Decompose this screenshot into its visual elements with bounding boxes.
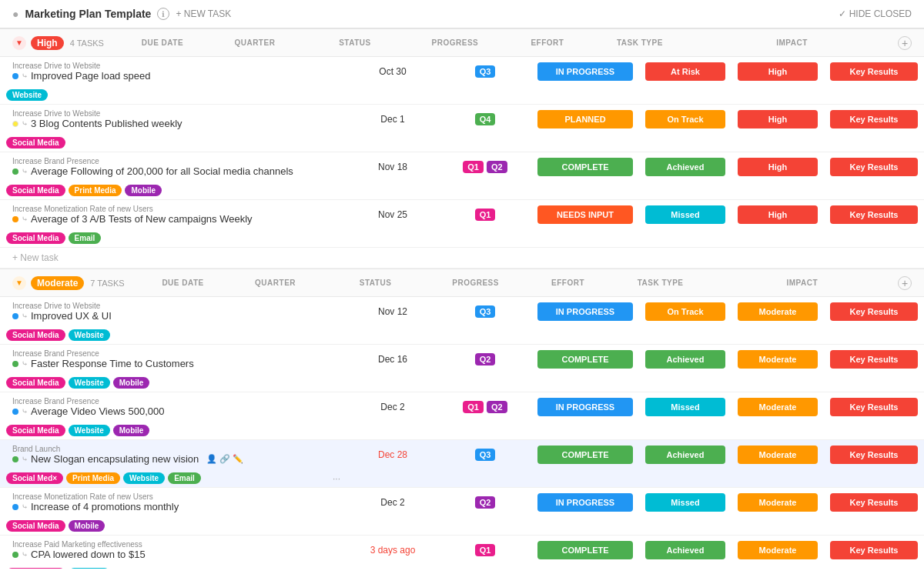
status-cell: PLANNED	[531, 105, 639, 133]
col-header-progress: PROGRESS	[409, 35, 501, 50]
status-cell: COMPLETE	[531, 536, 639, 564]
task-link-icon: ⤷	[22, 312, 28, 320]
impact-tag[interactable]: Social Media	[6, 425, 65, 436]
impact-tag[interactable]: Social Media	[6, 568, 65, 569]
impact-tag[interactable]: Website	[6, 89, 48, 101]
impact-tag[interactable]: Mobile	[113, 377, 150, 389]
task-name[interactable]: ⤷ Average Video Views 500,000	[12, 405, 334, 417]
impact-tag[interactable]: Print Media	[69, 185, 122, 196]
quarter-cell: Q3	[439, 444, 531, 466]
col-header-quarter: QUARTER	[209, 35, 301, 50]
task-name-cell: Brand Launch ⤷ New Slogan encapsulating …	[0, 440, 346, 469]
effort-cell: High	[732, 105, 824, 133]
impact-cell: Social Media Website	[0, 326, 346, 344]
progress-badge: At Risk	[645, 62, 725, 81]
quarter-badge[interactable]: Q2	[487, 401, 507, 413]
task-name[interactable]: ⤷ New Slogan encapsulating new vision 👤 …	[12, 453, 334, 465]
quarter-badge[interactable]: Q4	[475, 113, 496, 125]
status-badge: IN PROGRESS	[537, 493, 633, 512]
effort-badge: Moderate	[738, 541, 818, 559]
quarter-badge[interactable]: Q3	[475, 449, 496, 461]
impact-tag[interactable]: Email	[69, 232, 102, 244]
quarter-badge[interactable]: Q1	[475, 209, 496, 221]
task-type-cell: Key Results	[824, 393, 924, 421]
table-row: Increase Brand Presence ⤷ Average Video …	[0, 392, 924, 440]
due-date-cell: Nov 18	[346, 157, 439, 177]
quarter-badge[interactable]: Q3	[475, 305, 496, 318]
quarter-badge[interactable]: Q1	[463, 401, 484, 413]
quarter-cell: Q2	[439, 349, 531, 370]
impact-tag[interactable]: Social Media	[6, 185, 65, 196]
effort-badge: High	[738, 110, 818, 128]
group-toggle-moderate[interactable]: ▼	[12, 276, 26, 290]
hide-closed-button[interactable]: ✓ HIDE CLOSED	[839, 8, 912, 19]
task-dot	[12, 169, 18, 175]
impact-tag[interactable]: Website	[69, 425, 110, 436]
quarter-badge[interactable]: Q1	[463, 161, 484, 173]
task-type-badge: Key Results	[830, 446, 918, 464]
impact-tag[interactable]: Social Media	[6, 520, 65, 532]
impact-cell: Social Media Website Mobile	[0, 374, 346, 392]
impact-tag[interactable]: Website	[69, 329, 110, 341]
task-dot	[12, 409, 18, 415]
impact-tag[interactable]: Social Media	[6, 137, 65, 149]
impact-tag[interactable]: Print Media	[66, 472, 120, 484]
col-header-due-date: DUE DATE	[116, 35, 209, 50]
app-icon: ●	[12, 8, 18, 20]
impact-tag[interactable]: Email	[168, 472, 201, 484]
quarter-badge[interactable]: Q2	[487, 161, 507, 173]
status-badge: NEEDS INPUT	[537, 205, 633, 224]
task-type-badge: Key Results	[830, 398, 918, 416]
row-action-user-icon[interactable]: 👤	[206, 454, 217, 464]
group-toggle-high[interactable]: ▼	[12, 36, 26, 50]
task-name[interactable]: ⤷ Increase of 4 promotions monthly	[12, 501, 334, 512]
new-task-header-button[interactable]: + NEW TASK	[176, 8, 231, 19]
impact-tag[interactable]: Website	[69, 568, 110, 569]
task-type-cell: Key Results	[824, 441, 924, 469]
info-icon[interactable]: ℹ	[157, 8, 169, 20]
task-label: Increase Monetization Rate of new Users	[12, 492, 334, 501]
col-header-task-type: TASK TYPE	[594, 35, 686, 50]
row-action-edit-icon[interactable]: ✏️	[233, 454, 243, 464]
impact-tag[interactable]: Mobile	[69, 520, 105, 532]
group-add-high[interactable]: +	[898, 36, 912, 50]
quarter-cell: Q1 Q2	[439, 156, 531, 178]
impact-tag[interactable]: Mobile	[113, 425, 150, 436]
new-task-row-high[interactable]: + New task	[0, 248, 924, 269]
effort-badge: Moderate	[738, 446, 818, 464]
task-name[interactable]: ⤷ Average of 3 A/B Tests of New campaign…	[12, 213, 334, 225]
impact-tag[interactable]: Social Media	[6, 329, 65, 341]
effort-badge: Moderate	[738, 302, 818, 321]
quarter-badge[interactable]: Q3	[475, 65, 496, 78]
effort-badge: Moderate	[738, 493, 818, 512]
task-name[interactable]: ⤷ Average Following of 200,000 for all S…	[12, 165, 334, 177]
task-dot	[12, 313, 18, 319]
col-header-due-date-m: DUE DATE	[137, 275, 229, 290]
task-name[interactable]: ⤷ CPA lowered down to $15	[12, 549, 334, 560]
group-badge-moderate: Moderate	[31, 276, 84, 290]
impact-tag[interactable]: Website	[69, 377, 110, 389]
impact-tag[interactable]: Website	[123, 472, 165, 484]
progress-cell: Achieved	[639, 536, 732, 564]
effort-badge: High	[738, 158, 818, 176]
impact-cell: Social Media	[0, 134, 346, 152]
quarter-badge[interactable]: Q2	[475, 496, 496, 509]
quarter-badge[interactable]: Q2	[475, 353, 496, 365]
col-header-effort: EFFORT	[501, 35, 594, 50]
task-name[interactable]: ⤷ Improved Page load speed	[12, 70, 334, 82]
impact-tag[interactable]: Mobile	[125, 185, 162, 196]
effort-cell: Moderate	[732, 298, 824, 325]
impact-tag[interactable]: Social Med×	[6, 472, 63, 484]
more-icon[interactable]: ···	[333, 473, 340, 484]
task-link-icon: ⤷	[22, 502, 28, 511]
group-add-moderate[interactable]: +	[898, 276, 912, 290]
task-dot	[12, 552, 18, 558]
row-action-link-icon[interactable]: 🔗	[219, 454, 230, 464]
task-name[interactable]: ⤷ 3 Blog Contents Published weekly	[12, 118, 334, 129]
quarter-badge[interactable]: Q1	[475, 544, 496, 556]
task-name[interactable]: ⤷ Faster Response Time to Customers	[12, 358, 334, 369]
impact-tag[interactable]: Social Media	[6, 377, 65, 389]
col-header-progress-m: PROGRESS	[430, 275, 522, 290]
task-name[interactable]: ⤷ Improved UX & UI	[12, 310, 334, 322]
impact-tag[interactable]: Social Media	[6, 232, 65, 244]
